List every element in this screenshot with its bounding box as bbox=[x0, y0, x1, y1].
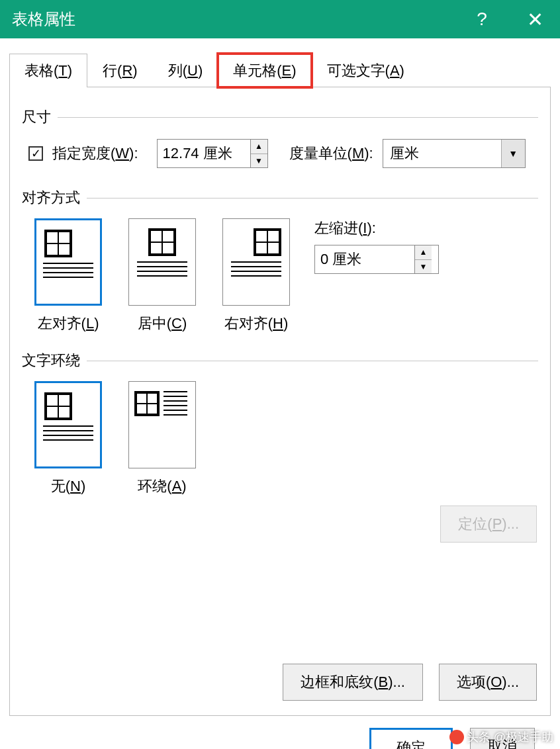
table-icon bbox=[254, 228, 281, 256]
align-center-option[interactable]: 居中(C) bbox=[122, 218, 202, 333]
tab-table[interactable]: 表格(T) bbox=[9, 54, 87, 87]
table-icon bbox=[44, 230, 72, 257]
wrap-none-option[interactable]: 无(N) bbox=[28, 381, 108, 496]
borders-shading-button[interactable]: 边框和底纹(B)... bbox=[283, 664, 423, 701]
locate-button: 定位(P)... bbox=[440, 506, 537, 543]
chevron-down-icon[interactable]: ▼ bbox=[501, 140, 525, 167]
close-icon[interactable]: ✕ bbox=[522, 8, 548, 31]
tab-alttext[interactable]: 可选文字(A) bbox=[312, 54, 420, 87]
unit-value: 厘米 bbox=[383, 140, 501, 167]
watermark-logo-icon bbox=[449, 730, 464, 744]
options-button[interactable]: 选项(O)... bbox=[439, 664, 537, 701]
table-icon bbox=[134, 391, 160, 416]
divider bbox=[87, 198, 538, 198]
align-left-label: 左对齐(L) bbox=[38, 314, 99, 333]
wrap-group-text: 文字环绕 bbox=[22, 351, 80, 371]
divider bbox=[58, 117, 538, 118]
width-input[interactable] bbox=[158, 140, 250, 167]
watermark-text: 头条 @极速手助 bbox=[467, 729, 553, 745]
specify-width-label: 指定宽度(W): bbox=[52, 144, 138, 163]
align-center-label: 居中(C) bbox=[138, 314, 187, 333]
indent-spinner[interactable]: ▲ ▼ bbox=[314, 245, 439, 274]
watermark: 头条 @极速手助 bbox=[449, 729, 553, 745]
size-group-label: 尺寸 bbox=[22, 107, 538, 127]
spinner-down-icon[interactable]: ▼ bbox=[251, 154, 267, 168]
tab-row[interactable]: 行(R) bbox=[87, 54, 153, 87]
table-icon bbox=[148, 228, 176, 256]
size-group-text: 尺寸 bbox=[22, 107, 51, 127]
align-group-text: 对齐方式 bbox=[22, 188, 80, 208]
align-right-label: 右对齐(H) bbox=[224, 314, 289, 333]
table-icon bbox=[44, 392, 72, 420]
align-left-option[interactable]: 左对齐(L) bbox=[28, 218, 108, 333]
divider bbox=[87, 361, 538, 361]
align-group-label: 对齐方式 bbox=[22, 188, 538, 208]
tab-column[interactable]: 列(U) bbox=[153, 54, 218, 87]
wrap-none-label: 无(N) bbox=[51, 476, 86, 496]
spinner-down-icon[interactable]: ▼ bbox=[415, 260, 432, 274]
titlebar: 表格属性 ? ✕ bbox=[0, 0, 560, 38]
help-icon[interactable]: ? bbox=[469, 9, 495, 30]
align-right-option[interactable]: 右对齐(H) bbox=[216, 218, 296, 333]
tab-bar: 表格(T) 行(R) 列(U) 单元格(E) 可选文字(A) bbox=[9, 54, 551, 87]
tab-panel: 尺寸 ✓ 指定宽度(W): ▲ ▼ 度量单位(M): 厘米 ▼ 对齐方式 bbox=[9, 87, 551, 716]
spinner-up-icon[interactable]: ▲ bbox=[251, 140, 267, 154]
indent-input[interactable] bbox=[315, 245, 414, 273]
indent-label: 左缩进(I): bbox=[314, 218, 439, 238]
specify-width-checkbox[interactable]: ✓ bbox=[28, 146, 43, 161]
unit-select[interactable]: 厘米 ▼ bbox=[383, 139, 526, 168]
unit-label: 度量单位(M): bbox=[289, 144, 373, 163]
wrap-around-option[interactable]: 环绕(A) bbox=[122, 381, 202, 496]
window-controls: ? ✕ bbox=[469, 8, 548, 31]
wrap-around-label: 环绕(A) bbox=[138, 476, 186, 496]
dialog-title: 表格属性 bbox=[12, 9, 75, 30]
wrap-group-label: 文字环绕 bbox=[22, 351, 538, 371]
ok-button[interactable]: 确定 bbox=[369, 728, 453, 749]
width-spinner[interactable]: ▲ ▼ bbox=[157, 139, 268, 168]
tab-cell[interactable]: 单元格(E) bbox=[218, 54, 311, 87]
spinner-up-icon[interactable]: ▲ bbox=[415, 245, 432, 260]
